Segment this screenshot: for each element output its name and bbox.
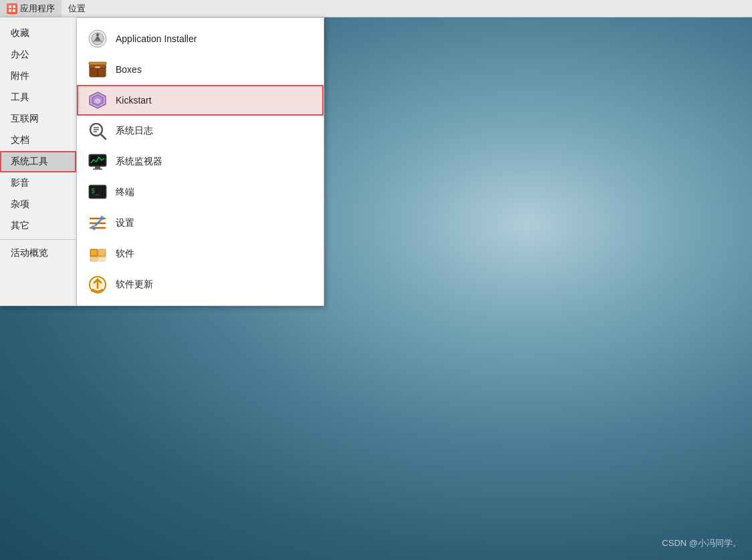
location-label: 位置 [68, 3, 86, 15]
sidebar-item-system-tools[interactable]: 系统工具 [0, 151, 76, 172]
sidebar-item-tools[interactable]: 工具 [0, 87, 76, 108]
svg-rect-0 [9, 5, 11, 8]
svg-text:$_: $_ [91, 187, 100, 195]
app-menu-button[interactable]: 应用程序 [0, 0, 61, 17]
sidebar-divider [0, 239, 76, 240]
location-button[interactable]: 位置 [61, 0, 92, 17]
menu-item-settings[interactable]: 设置 [77, 208, 324, 239]
boxes-icon [88, 59, 108, 80]
syslog-label: 系统日志 [116, 125, 153, 137]
sidebar-item-activity[interactable]: 活动概览 [0, 243, 76, 264]
app-menu-label: 应用程序 [20, 3, 55, 15]
sysmon-label: 系统监视器 [116, 156, 162, 168]
svg-rect-35 [90, 255, 98, 261]
watermark: CSDN @小冯同学。 [662, 537, 741, 549]
svg-rect-2 [9, 9, 11, 12]
menu-item-boxes[interactable]: Boxes [77, 54, 324, 85]
menu-container: 收藏 办公 附件 工具 互联网 文档 系统工具 影音 杂项 其它 活动概览 [0, 17, 324, 306]
sidebar-item-office[interactable]: 办公 [0, 44, 76, 65]
svg-rect-12 [89, 62, 106, 65]
kickstart-label: Kickstart [116, 95, 152, 106]
svg-rect-33 [92, 251, 96, 255]
svg-rect-23 [95, 166, 100, 168]
sysmon-icon [88, 152, 108, 172]
svg-rect-1 [13, 5, 15, 8]
svg-rect-3 [13, 9, 15, 12]
sidebar-item-accessories[interactable]: 附件 [0, 65, 76, 87]
sidebar-item-favorites[interactable]: 收藏 [0, 23, 76, 44]
svg-rect-11 [95, 66, 100, 68]
menu-item-software[interactable]: 软件 [77, 239, 324, 269]
menu-item-update[interactable]: 软件更新 [77, 269, 324, 300]
sidebar-item-other[interactable]: 其它 [0, 215, 76, 237]
menu-panel: Application Installer Boxes [77, 17, 324, 306]
sidebar-item-internet[interactable]: 互联网 [0, 108, 76, 130]
sidebar-item-documents[interactable]: 文档 [0, 130, 76, 151]
software-label: 软件 [116, 248, 134, 260]
sidebar-item-misc[interactable]: 杂项 [0, 194, 76, 215]
boxes-label: Boxes [116, 64, 142, 75]
terminal-label: 终端 [116, 186, 134, 198]
app-icon [7, 3, 17, 14]
menu-item-kickstart[interactable]: Kickstart [77, 85, 324, 116]
menu-item-sysmon[interactable]: 系统监视器 [77, 146, 324, 177]
update-label: 软件更新 [116, 279, 153, 291]
app-installer-label: Application Installer [116, 33, 197, 44]
syslog-icon [88, 121, 108, 141]
terminal-icon: $_ [88, 182, 108, 202]
settings-label: 设置 [116, 217, 134, 229]
kickstart-icon [88, 90, 108, 110]
menu-item-app-installer[interactable]: Application Installer [77, 23, 324, 54]
menu-item-terminal[interactable]: $_ 终端 [77, 177, 324, 208]
taskbar: 应用程序 位置 [0, 0, 752, 17]
svg-rect-36 [98, 255, 106, 261]
menu-item-syslog[interactable]: 系统日志 [77, 116, 324, 146]
settings-icon [88, 213, 108, 233]
svg-rect-24 [93, 168, 102, 170]
sidebar-item-media[interactable]: 影音 [0, 172, 76, 194]
installer-icon [88, 29, 108, 49]
menu-sidebar: 收藏 办公 附件 工具 互联网 文档 系统工具 影音 杂项 其它 活动概览 [0, 17, 77, 306]
svg-marker-15 [94, 98, 101, 104]
software-icon [88, 244, 108, 264]
update-icon [88, 275, 108, 295]
svg-point-7 [96, 33, 99, 36]
svg-line-17 [101, 134, 106, 139]
